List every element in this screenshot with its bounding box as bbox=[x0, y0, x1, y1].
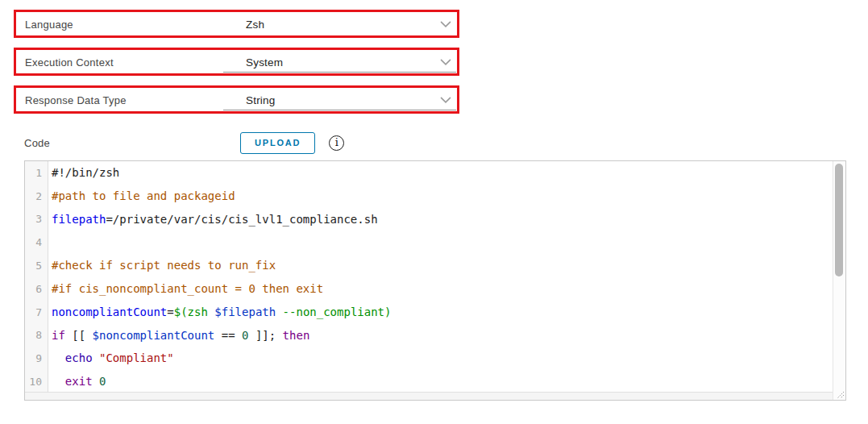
field-row-language: Language Zsh bbox=[14, 10, 459, 38]
upload-button[interactable]: UPLOAD bbox=[240, 132, 315, 154]
line-number: 9 bbox=[25, 347, 48, 370]
code-line-text: #!/bin/zsh bbox=[48, 161, 119, 185]
response-data-type-label: Response Data Type bbox=[25, 94, 127, 106]
vertical-scrollbar[interactable] bbox=[833, 161, 845, 400]
execution-context-value: System bbox=[246, 56, 283, 68]
code-line-text bbox=[48, 231, 52, 254]
code-line-text: #if cis_noncompliant_count = 0 then exit bbox=[48, 277, 323, 301]
chevron-down-icon bbox=[440, 20, 451, 27]
line-number: 8 bbox=[25, 324, 48, 347]
horizontal-scrollbar[interactable] bbox=[25, 392, 833, 400]
language-value: Zsh bbox=[246, 18, 264, 30]
line-number: 3 bbox=[25, 208, 48, 231]
code-line-text: filepath=/private/var/cis/cis_lvl1_compl… bbox=[48, 208, 378, 231]
code-line: 8if [[ $noncompliantCount == 0 ]]; then bbox=[25, 324, 833, 347]
script-editor-page: Language Zsh Execution Context System Re… bbox=[0, 0, 868, 424]
code-line-text: exit 0 bbox=[48, 370, 106, 392]
line-number: 1 bbox=[25, 161, 48, 185]
code-header-row: Code UPLOAD i bbox=[24, 131, 868, 154]
response-data-type-value: String bbox=[246, 94, 275, 106]
code-line-text: #check if script needs to run_fix bbox=[48, 254, 276, 277]
execution-context-label: Execution Context bbox=[25, 56, 114, 68]
vertical-scrollbar-thumb[interactable] bbox=[835, 164, 843, 276]
line-number: 4 bbox=[25, 231, 48, 254]
code-line-text: #path to file and packageid bbox=[48, 185, 235, 208]
form-fields: Language Zsh Execution Context System Re… bbox=[14, 0, 868, 114]
code-line: 6#if cis_noncompliant_count = 0 then exi… bbox=[25, 277, 833, 301]
code-line: 7noncompliantCount=$(zsh $filepath --non… bbox=[25, 301, 833, 324]
field-row-response-data-type: Response Data Type String bbox=[14, 85, 459, 114]
code-editor[interactable]: 1#!/bin/zsh2#path to file and packageid3… bbox=[24, 160, 846, 401]
code-line-text: echo "Compliant" bbox=[48, 347, 174, 370]
response-data-type-select[interactable]: String bbox=[223, 88, 456, 111]
code-label: Code bbox=[24, 137, 50, 149]
line-number: 2 bbox=[25, 185, 48, 208]
code-line: 4 bbox=[25, 231, 833, 254]
code-line: 10 exit 0 bbox=[25, 370, 833, 392]
line-number: 10 bbox=[25, 370, 48, 392]
language-label: Language bbox=[25, 18, 73, 30]
line-number: 5 bbox=[25, 254, 48, 277]
info-icon[interactable]: i bbox=[329, 135, 344, 151]
code-line: 1#!/bin/zsh bbox=[25, 161, 833, 185]
code-line: 9 echo "Compliant" bbox=[25, 347, 833, 370]
resize-grip-icon[interactable] bbox=[834, 389, 845, 399]
line-number: 6 bbox=[25, 277, 48, 301]
code-editor-lines[interactable]: 1#!/bin/zsh2#path to file and packageid3… bbox=[25, 161, 833, 392]
code-line: 2#path to file and packageid bbox=[25, 185, 833, 208]
code-line-text: if [[ $noncompliantCount == 0 ]]; then bbox=[48, 324, 309, 347]
code-line-text: noncompliantCount=$(zsh $filepath --non_… bbox=[48, 301, 391, 324]
field-row-execution-context: Execution Context System bbox=[14, 48, 459, 76]
language-select[interactable]: Zsh bbox=[223, 12, 456, 35]
chevron-down-icon bbox=[440, 96, 451, 103]
line-number: 7 bbox=[25, 301, 48, 324]
chevron-down-icon bbox=[440, 58, 451, 65]
code-line: 5#check if script needs to run_fix bbox=[25, 254, 833, 277]
code-line: 3filepath=/private/var/cis/cis_lvl1_comp… bbox=[25, 208, 833, 231]
execution-context-select[interactable]: System bbox=[223, 50, 456, 73]
